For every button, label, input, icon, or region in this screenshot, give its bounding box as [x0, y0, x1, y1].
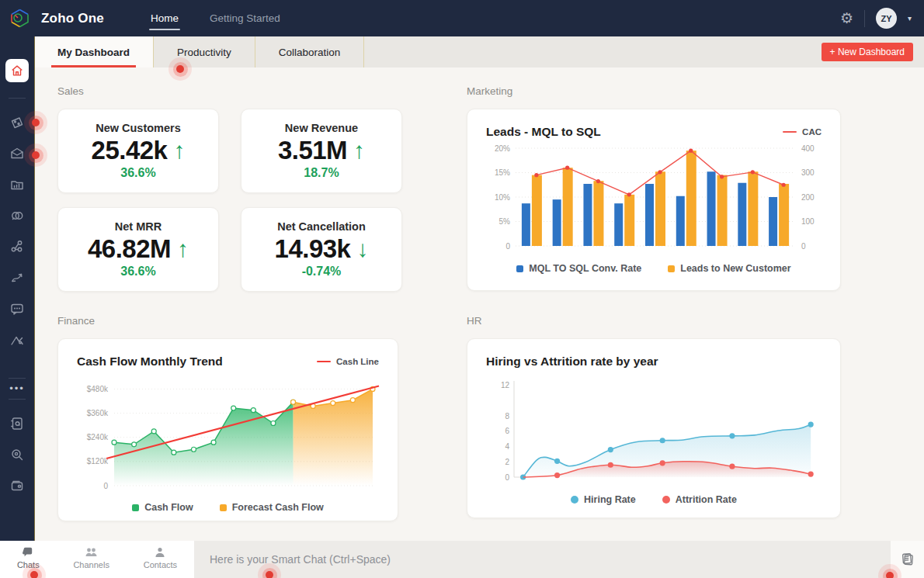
folder-chart-icon — [9, 177, 25, 192]
marketing-bar-chart[interactable]: 20%40015%30010%2005%10000 — [486, 142, 823, 258]
green-square-swatch-icon — [132, 504, 139, 511]
svg-text:200: 200 — [801, 193, 815, 202]
sidebar-item-search[interactable] — [4, 441, 30, 468]
topnav-getting-started[interactable]: Getting Started — [210, 0, 280, 36]
section-label-sales: Sales — [57, 85, 84, 97]
sidebar-item-chat[interactable] — [4, 296, 30, 322]
kpi-card-new-revenue[interactable]: New Revenue 3.51M ↑ 18.7% — [241, 109, 402, 193]
campaign-swoosh-icon — [9, 270, 25, 286]
kpi-value: 25.42k — [92, 136, 168, 165]
kpi-title: New Revenue — [285, 122, 358, 134]
kpi-title: Net Cancellation — [277, 220, 366, 233]
legend-cash-line[interactable]: Cash Line — [317, 357, 379, 366]
kpi-title: New Customers — [96, 122, 181, 134]
yellow-square-swatch-icon — [220, 504, 227, 511]
mail-icon — [9, 146, 25, 161]
tab-collaboration[interactable]: Collaboration — [255, 36, 365, 67]
sidebar-item-connect[interactable] — [4, 234, 30, 260]
chat-tab-channels[interactable]: Channels — [73, 546, 109, 569]
avatar-caret-icon[interactable]: ▾ — [908, 14, 912, 22]
hr-line-chart[interactable]: 1286420 — [486, 372, 823, 490]
sidebar-item-crm[interactable] — [4, 202, 30, 229]
chat-tab-contacts[interactable]: Contacts — [144, 546, 177, 569]
svg-text:0: 0 — [801, 242, 806, 251]
sidebar-divider — [9, 98, 26, 99]
legend-mql[interactable]: MQL TO SQL Conv. Rate — [516, 263, 641, 274]
wallet-icon — [9, 478, 25, 493]
legend-cash-flow[interactable]: Cash Flow — [132, 502, 193, 513]
kpi-percent: 18.7% — [304, 166, 339, 180]
svg-text:4: 4 — [505, 442, 509, 451]
sidebar-more-icon[interactable]: ••• — [9, 385, 25, 393]
tour-hotspot-sales-app[interactable] — [24, 111, 47, 134]
chat-bubble-icon — [9, 301, 25, 317]
sidebar-item-analytics[interactable] — [4, 327, 30, 353]
svg-text:$120k: $120k — [87, 457, 109, 466]
smart-chat-input[interactable]: Here is your Smart Chat (Ctrl+Space) — [210, 541, 877, 578]
kpi-card-net-mrr[interactable]: Net MRR 46.82M ↑ 36.6% — [57, 207, 219, 292]
sidebar-item-home[interactable] — [5, 59, 29, 82]
chart-title: Hiring vs Attrition rate by year — [486, 355, 658, 369]
svg-text:400: 400 — [801, 144, 815, 153]
svg-text:300: 300 — [801, 168, 815, 177]
section-label-hr: HR — [467, 315, 482, 327]
kpi-title: Net MRR — [115, 220, 162, 233]
svg-text:0: 0 — [103, 482, 108, 490]
contacts-icon — [155, 546, 165, 559]
sidebar-item-reports[interactable] — [4, 171, 30, 198]
topbar-divider — [864, 10, 865, 27]
sidebar-item-wallet[interactable] — [4, 472, 30, 499]
top-nav: Home Getting Started — [151, 0, 280, 36]
svg-text:20%: 20% — [495, 144, 510, 153]
topnav-home[interactable]: Home — [151, 0, 179, 36]
svg-text:10%: 10% — [495, 193, 510, 202]
sidebar-divider — [9, 399, 26, 400]
chats-icon — [22, 546, 34, 559]
tab-productivity[interactable]: Productivity — [154, 36, 255, 67]
blue-square-swatch-icon — [516, 265, 523, 272]
new-dashboard-button[interactable]: + New Dashboard — [822, 43, 913, 61]
trend-up-arrow-icon: ↑ — [353, 139, 365, 162]
svg-text:$360k: $360k — [87, 409, 109, 417]
kpi-value: 3.51M — [278, 136, 347, 165]
sidebar-item-campaigns[interactable] — [4, 265, 30, 291]
legend-cac[interactable]: CAC — [783, 127, 822, 137]
trend-up-arrow-icon: ↑ — [177, 237, 189, 261]
svg-text:15%: 15% — [495, 168, 510, 177]
svg-text:0: 0 — [505, 473, 509, 482]
svg-text:6: 6 — [505, 427, 509, 435]
sidebar-divider — [9, 378, 26, 379]
home-icon — [10, 64, 24, 78]
tour-hotspot-mail-app[interactable] — [24, 144, 47, 167]
tab-my-dashboard[interactable]: My Dashboard — [34, 36, 154, 67]
legend-forecast[interactable]: Forecast Cash Flow — [220, 502, 324, 513]
blue-dot-swatch-icon — [571, 496, 578, 504]
finance-area-chart[interactable]: $480k$360k$240k$120k0 — [77, 372, 380, 497]
trend-up-arrow-icon: ↑ — [173, 139, 185, 162]
zoho-one-logo-icon[interactable] — [9, 8, 30, 29]
red-line-swatch-icon — [317, 361, 331, 363]
settings-gear-icon[interactable]: ⚙ — [840, 11, 853, 26]
kpi-percent: -0.74% — [302, 265, 342, 279]
kpi-value: 46.82M — [88, 234, 171, 264]
legend-hiring[interactable]: Hiring Rate — [571, 494, 636, 505]
avatar[interactable]: ZY — [876, 8, 897, 29]
kpi-card-new-customers[interactable]: New Customers 25.42k ↑ 36.6% — [57, 109, 219, 193]
deals-tag-icon — [9, 115, 25, 130]
yellow-square-swatch-icon — [668, 265, 675, 272]
sidebar-item-notebook[interactable] — [4, 410, 30, 437]
svg-text:2: 2 — [505, 458, 509, 466]
tour-hotspot-productivity[interactable] — [168, 57, 192, 81]
legend-leads[interactable]: Leads to New Customer — [668, 263, 790, 274]
kpi-card-net-cancellation[interactable]: Net Cancellation 14.93k ↓ -0.74% — [241, 207, 402, 292]
hr-chart-card: Hiring vs Attrition rate by year 1286420… — [467, 338, 841, 518]
legend-attrition[interactable]: Attrition Rate — [662, 494, 737, 505]
top-bar: Zoho One Home Getting Started ⚙ ZY ▾ — [0, 0, 924, 36]
svg-text:$480k: $480k — [87, 385, 109, 393]
copy-documents-icon — [899, 551, 916, 568]
brand-title: Zoho One — [41, 11, 104, 26]
zia-search-icon — [9, 447, 25, 462]
svg-text:5%: 5% — [499, 217, 511, 226]
channels-icon — [85, 546, 98, 559]
dashboard-content: Sales Marketing Finance HR New Customers… — [34, 67, 924, 541]
